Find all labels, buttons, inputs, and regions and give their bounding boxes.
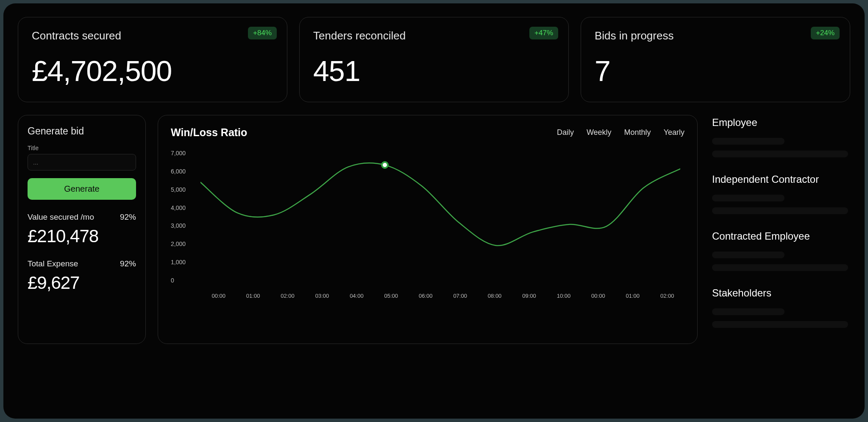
tab-daily[interactable]: Daily xyxy=(557,128,574,137)
y-tick: 3,000 xyxy=(171,222,186,229)
generate-button[interactable]: Generate xyxy=(28,178,136,200)
y-tick: 4,000 xyxy=(171,204,186,211)
y-axis-ticks: 7,0006,0005,0004,0003,0002,0001,0000 xyxy=(171,150,186,299)
chart-body: 7,0006,0005,0004,0003,0002,0001,0000 00:… xyxy=(171,150,684,299)
card-title: Bids in progress xyxy=(595,29,836,42)
category-stakeholders: Stakeholders xyxy=(710,287,849,328)
x-tick: 01:00 xyxy=(615,293,650,299)
y-tick: 5,000 xyxy=(171,186,186,193)
delta-badge: +24% xyxy=(811,27,840,39)
stat-pct: 92% xyxy=(120,259,136,268)
placeholder-line xyxy=(712,151,848,157)
y-tick: 2,000 xyxy=(171,240,186,247)
tab-monthly[interactable]: Monthly xyxy=(624,128,651,137)
x-tick: 06:00 xyxy=(409,293,443,299)
stat-label: Value secured /mo xyxy=(28,212,94,222)
x-tick: 01:00 xyxy=(236,293,270,299)
card-title: Contracts secured xyxy=(32,29,273,42)
x-tick: 02:00 xyxy=(270,293,305,299)
placeholder-line xyxy=(712,308,785,315)
stat-value: £9,627 xyxy=(28,273,136,293)
category-sidebar: Employee Independent Contractor Contract… xyxy=(709,115,850,344)
y-tick: 0 xyxy=(171,277,186,284)
x-tick: 02:00 xyxy=(650,293,684,299)
dashboard: Contracts secured +84% £4,702,500 Tender… xyxy=(3,3,865,419)
generate-bid-panel: Generate bid Title Generate Value secure… xyxy=(18,115,146,344)
delta-badge: +84% xyxy=(248,27,277,39)
category-title: Stakeholders xyxy=(712,287,849,299)
line-chart-svg xyxy=(200,150,680,284)
x-tick: 00:00 xyxy=(581,293,615,299)
card-title: Tenders reconciled xyxy=(313,29,555,42)
x-tick: 05:00 xyxy=(374,293,408,299)
category-independent-contractor: Independent Contractor xyxy=(710,173,849,214)
title-input[interactable] xyxy=(28,154,136,170)
y-tick: 6,000 xyxy=(171,168,186,175)
card-contracts-secured: Contracts secured +84% £4,702,500 xyxy=(18,17,287,102)
category-contracted-employee: Contracted Employee xyxy=(710,230,849,271)
top-stat-row: Contracts secured +84% £4,702,500 Tender… xyxy=(18,17,850,102)
y-tick: 7,000 xyxy=(171,150,186,157)
stat-total-expense: Total Expense 92% £9,627 xyxy=(28,259,136,293)
tab-weekly[interactable]: Weekly xyxy=(587,128,612,137)
mid-row: Generate bid Title Generate Value secure… xyxy=(18,115,850,344)
card-tenders-reconciled: Tenders reconciled +47% 451 xyxy=(299,17,569,102)
placeholder-line xyxy=(712,138,785,145)
placeholder-line xyxy=(712,195,785,201)
chart-title: Win/Loss Ratio xyxy=(171,126,247,139)
stat-value-secured: Value secured /mo 92% £210,478 xyxy=(28,212,136,246)
title-label: Title xyxy=(28,145,136,151)
category-title: Independent Contractor xyxy=(712,173,849,185)
stat-pct: 92% xyxy=(120,212,136,222)
x-tick: 08:00 xyxy=(477,293,512,299)
x-tick: 07:00 xyxy=(443,293,477,299)
stat-label: Total Expense xyxy=(28,259,78,268)
chart-data-marker xyxy=(381,161,389,169)
card-bids-in-progress: Bids in progress +24% 7 xyxy=(581,17,850,102)
x-tick: 09:00 xyxy=(512,293,546,299)
card-value: £4,702,500 xyxy=(32,54,273,87)
card-value: 7 xyxy=(595,54,836,87)
placeholder-line xyxy=(712,252,785,258)
placeholder-line xyxy=(712,207,848,214)
winloss-chart-card: Win/Loss Ratio Daily Weekly Monthly Year… xyxy=(158,115,698,344)
category-title: Employee xyxy=(712,117,849,129)
placeholder-line xyxy=(712,264,848,271)
x-axis-ticks: 00:0001:0002:0003:0004:0005:0006:0007:00… xyxy=(201,293,684,299)
chart-plot-area xyxy=(200,150,680,284)
delta-badge: +47% xyxy=(529,27,558,39)
stat-value: £210,478 xyxy=(28,226,136,246)
x-tick: 00:00 xyxy=(201,293,236,299)
tab-yearly[interactable]: Yearly xyxy=(664,128,684,137)
chart-tabs: Daily Weekly Monthly Yearly xyxy=(557,128,684,137)
category-employee: Employee xyxy=(710,117,849,157)
x-tick: 04:00 xyxy=(339,293,374,299)
category-title: Contracted Employee xyxy=(712,230,849,242)
generate-heading: Generate bid xyxy=(28,126,136,137)
x-tick: 03:00 xyxy=(305,293,339,299)
card-value: 451 xyxy=(313,54,555,87)
placeholder-line xyxy=(712,321,848,328)
y-tick: 1,000 xyxy=(171,259,186,265)
x-tick: 10:00 xyxy=(546,293,581,299)
